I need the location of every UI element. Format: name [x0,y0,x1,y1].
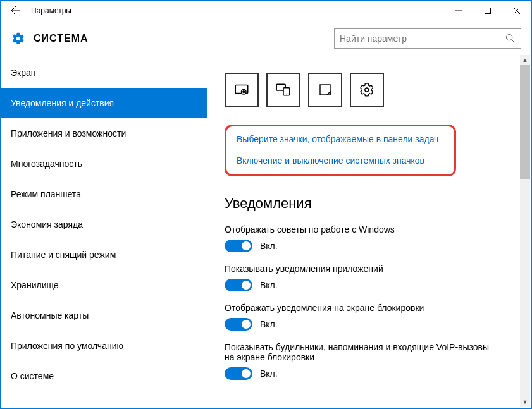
sidebar-item-label: Уведомления и действия [11,98,114,108]
sidebar-item-battery[interactable]: Экономия заряда [1,209,207,240]
sidebar-item-notifications[interactable]: Уведомления и действия [1,88,207,118]
highlighted-links-box: Выберите значки, отображаемые в панели з… [225,125,456,176]
sidebar-item-storage[interactable]: Хранилище [1,270,207,300]
search-icon [505,34,516,44]
sidebar-item-label: Автономные карты [11,310,89,320]
content-pane: Выберите быстрые действия Выберите значк… [207,58,531,409]
sidebar-item-label: Питание и спящий режим [11,250,116,260]
toggle-state-label: Вкл. [260,241,278,251]
sidebar-item-label: Режим планшета [11,189,81,199]
sidebar-item-apps[interactable]: Приложения и возможности [1,118,207,149]
header: СИСТЕМА [1,21,531,58]
svg-line-5 [512,40,514,42]
sidebar-item-tablet[interactable]: Режим планшета [1,179,207,209]
search-box[interactable] [334,28,521,49]
minimize-button[interactable] [444,1,473,21]
link-taskbar-icons[interactable]: Выберите значки, отображаемые в панели з… [237,134,444,144]
sidebar-item-power[interactable]: Питание и спящий режим [1,240,207,270]
setting-label: Отображать советы по работе с Windows [225,224,519,235]
setting-windows-tips: Отображать советы по работе с Windows Вк… [225,224,519,252]
svg-point-4 [506,34,512,40]
sidebar-item-label: Хранилище [11,280,59,290]
setting-label: Отображать уведомления на экране блокиро… [225,303,519,313]
sidebar-item-label: Многозадачность [11,159,82,169]
svg-rect-1 [485,8,491,14]
quick-action-connect[interactable] [266,73,300,107]
sidebar-item-default-apps[interactable]: Приложения по умолчанию [1,331,207,361]
titlebar: Параметры [1,1,531,21]
sidebar-item-multitasking[interactable]: Многозадачность [1,149,207,179]
svg-point-12 [365,88,369,92]
toggle-switch[interactable] [225,240,252,252]
sidebar-item-label: Приложения и возможности [11,128,126,138]
sidebar: Экран Уведомления и действия Приложения … [1,58,207,409]
setting-lockscreen-notifications: Отображать уведомления на экране блокиро… [225,303,519,331]
sidebar-item-about[interactable]: О системе [1,361,207,391]
toggle-switch[interactable] [225,279,252,291]
sidebar-item-label: Экономия заряда [11,219,83,229]
scroll-down-arrow[interactable]: ▼ [520,397,530,407]
maximize-button[interactable] [473,1,502,21]
sidebar-item-maps[interactable]: Автономные карты [1,300,207,331]
sidebar-item-label: Приложения по умолчанию [11,341,123,351]
svg-point-10 [286,94,287,95]
close-button[interactable] [502,1,531,21]
setting-label: Показывать будильники, напоминания и вхо… [225,342,490,362]
window-title: Параметры [31,6,71,15]
scroll-up-arrow[interactable]: ▲ [520,55,530,65]
quick-action-tablet-mode[interactable] [225,73,259,107]
quick-actions-row [225,73,519,107]
setting-alarms-voip: Показывать будильники, напоминания и вхо… [225,342,519,380]
quick-action-note[interactable] [308,73,342,107]
setting-app-notifications: Показывать уведомления приложений Вкл. [225,264,519,291]
page-heading: СИСТЕМА [34,33,89,44]
back-button[interactable] [6,1,26,21]
gear-icon [11,31,26,46]
toggle-state-label: Вкл. [260,280,278,290]
scroll-track[interactable] [520,65,530,397]
sidebar-item-label: О системе [11,371,54,381]
toggle-state-label: Вкл. [260,319,278,329]
vertical-scrollbar[interactable]: ▲ ▼ [520,55,530,407]
quick-action-settings[interactable] [350,73,384,107]
toggle-state-label: Вкл. [260,369,278,379]
setting-label: Показывать уведомления приложений [225,264,519,274]
notifications-heading: Уведомления [225,195,519,212]
toggle-switch[interactable] [225,318,252,331]
sidebar-item-label: Экран [11,68,36,78]
link-system-icons[interactable]: Включение и выключение системных значков [237,156,444,166]
scroll-thumb[interactable] [520,65,530,179]
sidebar-item-display[interactable]: Экран [1,58,207,88]
toggle-switch[interactable] [225,367,252,380]
search-input[interactable] [340,34,505,44]
